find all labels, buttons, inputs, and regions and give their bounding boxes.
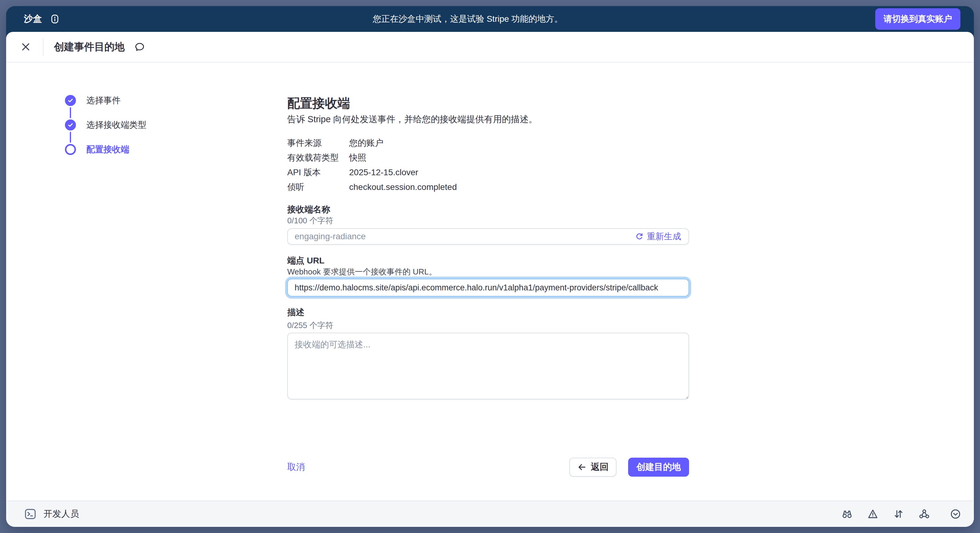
sandbox-window: 沙盒 您正在沙盒中测试，这是试验 Stripe 功能的地方。 请切换到真实账户 … [6,6,974,527]
step-connector [70,107,71,118]
cancel-button[interactable]: 取消 [287,461,305,473]
regenerate-button[interactable]: 重新生成 [630,231,686,242]
description-counter: 0/255 个字符 [287,320,689,331]
dialog-body: 选择事件 选择接收端类型 配置接收端 配置接收端 告诉 Strip [6,62,974,501]
sandbox-banner: 沙盒 您正在沙盒中测试，这是试验 Stripe 功能的地方。 请切换到真实账户 [6,6,974,32]
step-current-icon [65,144,76,155]
create-destination-button[interactable]: 创建目的地 [628,458,689,477]
binoculars-icon[interactable] [841,508,853,520]
feedback-chat-icon[interactable] [133,40,146,53]
summary-label: 侦听 [287,182,349,193]
summary-label: API 版本 [287,167,349,178]
switch-to-live-button[interactable]: 请切换到真实账户 [875,8,960,30]
destination-name-label: 接收端名称 [287,204,689,215]
summary-value: checkout.session.completed [349,182,689,193]
step-label: 选择事件 [86,95,121,106]
developer-bar: 开发人员 [6,501,974,527]
step-select-destination-type: 选择接收端类型 [65,119,146,130]
api-traffic-icon[interactable] [892,508,905,520]
description-label: 描述 [287,307,689,318]
step-connector [70,132,71,143]
summary-value: 2025-12-15.clover [349,167,689,178]
info-icon[interactable] [49,13,60,24]
endpoint-url-label: 端点 URL [287,255,689,266]
step-select-events: 选择事件 [65,95,146,106]
endpoint-url-helper: Webhook 要求提供一个接收事件的 URL。 [287,266,689,277]
description-textarea[interactable] [287,333,689,399]
refresh-icon [635,232,644,241]
developer-tools [841,508,962,520]
destination-name-input[interactable] [294,232,630,241]
arrow-left-icon [577,463,587,472]
step-configure-destination: 配置接收端 [65,144,146,155]
summary-label: 事件来源 [287,138,349,148]
developer-label: 开发人员 [43,508,79,520]
summary-value: 您的账户 [349,138,689,148]
endpoint-url-input[interactable] [287,279,689,296]
sandbox-message: 您正在沙盒中测试，这是试验 Stripe 功能的地方。 [60,13,875,25]
sandbox-label: 沙盒 [24,13,42,25]
section-subtitle: 告诉 Stripe 向何处发送事件，并给您的接收端提供有用的描述。 [287,113,689,125]
step-label: 配置接收端 [86,144,129,155]
back-button[interactable]: 返回 [569,458,616,477]
summary-list: 事件来源 您的账户 有效载荷类型 快照 API 版本 2025-12-15.cl… [287,138,689,193]
stepper: 选择事件 选择接收端类型 配置接收端 [65,95,146,155]
page-title: 创建事件目的地 [54,40,125,54]
warning-icon[interactable] [867,508,879,520]
collapse-chevron-icon[interactable] [950,508,962,520]
terminal-icon [24,508,37,520]
webhook-icon[interactable] [918,508,931,520]
destination-name-counter: 0/100 个字符 [287,215,689,226]
destination-name-shell: 重新生成 [287,228,689,245]
dialog-panel: 创建事件目的地 选择事件 [6,32,974,527]
step-label: 选择接收端类型 [86,119,146,131]
summary-label: 有效载荷类型 [287,153,349,163]
dialog-header: 创建事件目的地 [6,32,974,62]
form-actions: 取消 返回 创建目的地 [287,458,689,477]
step-complete-icon [65,119,76,130]
close-icon[interactable] [19,40,32,54]
developer-toggle[interactable]: 开发人员 [24,508,79,520]
header-divider [43,38,43,56]
configure-destination-form: 配置接收端 告诉 Stripe 向何处发送事件，并给您的接收端提供有用的描述。 … [287,95,689,477]
summary-value: 快照 [349,153,689,163]
step-complete-icon [65,95,76,106]
section-title: 配置接收端 [287,95,689,111]
